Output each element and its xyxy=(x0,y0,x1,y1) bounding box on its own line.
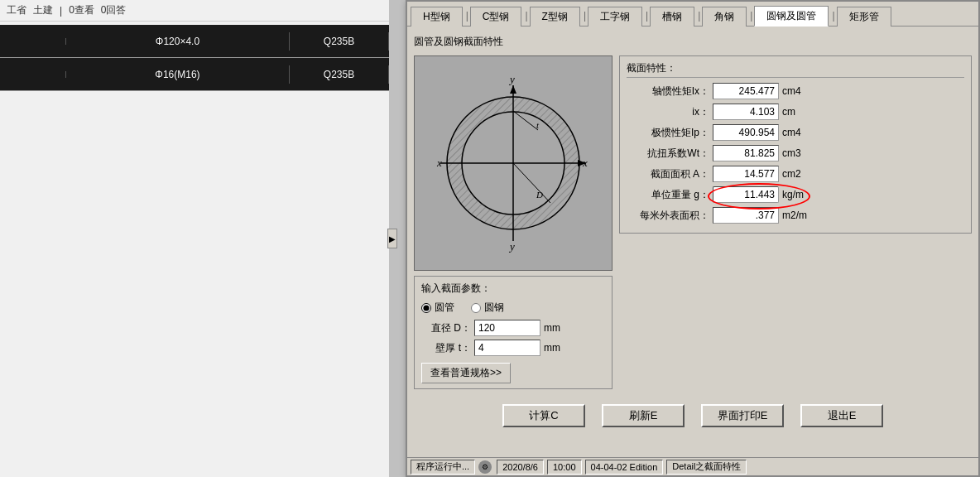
col-spec-2: Φ16(M16) xyxy=(66,65,290,84)
prop-label-ix2: ix： xyxy=(627,105,709,119)
prop-row-ix: 轴惯性矩Ix： cm4 xyxy=(627,83,964,99)
prop-unit-ix: cm4 xyxy=(782,85,812,97)
prop-row-wt: 抗扭系数Wt： cm3 xyxy=(627,145,964,161)
dialog-content: 圆管及圆钢截面特性 xyxy=(407,26,978,441)
tab-bar: H型钢 | C型钢 | Z型钢 | 工字钢 | 槽钢 | 角钢 | 圆钢及圆管 … xyxy=(407,2,978,26)
thickness-input[interactable] xyxy=(474,340,540,356)
prop-unit-surface: m2/m xyxy=(782,210,812,221)
prop-unit-weight: kg/m xyxy=(782,189,812,200)
diameter-label: 直径 D： xyxy=(421,321,471,335)
radio-pipe-label: 圆管 xyxy=(435,301,454,315)
tab-c-steel[interactable]: C型钢 xyxy=(470,7,522,26)
prop-row-weight: 单位重量 g： kg/m xyxy=(627,186,964,203)
prop-label-ip: 极惯性矩Ip： xyxy=(627,126,709,140)
prop-row-ip: 极惯性矩Ip： cm4 xyxy=(627,124,964,141)
std-spec-button[interactable]: 查看普通规格>> xyxy=(421,363,511,383)
status-running: 程序运行中... xyxy=(411,460,475,475)
col-name-1 xyxy=(0,38,66,45)
separator1: | xyxy=(60,5,62,17)
pipe-drawing: y y x x D t xyxy=(414,55,612,271)
radio-row: 圆管 圆钢 xyxy=(421,301,605,315)
tab-h-steel[interactable]: H型钢 xyxy=(411,7,463,26)
tab-rect[interactable]: 矩形管 xyxy=(837,7,891,26)
prop-value-ix[interactable] xyxy=(713,83,779,99)
prop-label-weight: 单位重量 g： xyxy=(627,188,709,202)
properties-title: 截面特性： xyxy=(627,61,964,78)
prop-unit-wt: cm3 xyxy=(782,147,812,159)
prop-row-ix2: ix： cm xyxy=(627,104,964,120)
col-name-2 xyxy=(0,71,66,78)
radio-round-bar[interactable]: 圆钢 xyxy=(471,301,504,315)
properties-panel: 截面特性： 轴惯性矩Ix： cm4 ix： cm xyxy=(619,55,972,389)
status-appname: Detail之截面特性 xyxy=(666,460,747,475)
svg-text:D: D xyxy=(536,190,543,200)
prop-row-area: 截面面积 A： cm2 xyxy=(627,166,964,182)
radio-round-pipe[interactable]: 圆管 xyxy=(421,301,454,315)
pipe-svg: y y x x D t xyxy=(430,72,596,254)
radio-bar-label: 圆钢 xyxy=(484,301,504,315)
nav-arrow[interactable]: ▶ xyxy=(387,229,397,248)
input-thickness-row: 壁厚 t： mm xyxy=(421,340,605,356)
refresh-button[interactable]: 刷新E xyxy=(602,404,685,427)
thickness-unit: mm xyxy=(544,342,560,354)
input-section: 输入截面参数： 圆管 圆钢 直径 D： xyxy=(414,276,612,389)
label-gongsheng: 工省 xyxy=(7,3,26,17)
tab-i-steel[interactable]: 工字钢 xyxy=(588,7,642,26)
left-top-bar: 工省 土建 | 0查看 0回答 xyxy=(0,0,389,22)
tab-angle[interactable]: 角钢 xyxy=(702,7,747,26)
tab-round[interactable]: 圆钢及圆管 xyxy=(754,6,829,26)
status-icon: ⚙ xyxy=(478,460,492,474)
label-huida: 0回答 xyxy=(101,3,127,17)
weight-highlight-container: kg/m xyxy=(713,186,812,203)
prop-label-surface: 每米外表面积： xyxy=(627,209,709,223)
input-section-title: 输入截面参数： xyxy=(421,282,605,296)
prop-value-weight[interactable] xyxy=(713,186,779,203)
radio-bar-input[interactable] xyxy=(471,303,481,313)
tab-channel[interactable]: 槽钢 xyxy=(650,7,694,26)
status-edition: 04-04-02 Edition xyxy=(585,460,664,475)
status-date: 2020/8/6 xyxy=(497,460,544,475)
prop-value-area[interactable] xyxy=(713,166,779,182)
label-chakan: 0查看 xyxy=(69,3,94,17)
main-dialog: H型钢 | C型钢 | Z型钢 | 工字钢 | 槽钢 | 角钢 | 圆钢及圆管 … xyxy=(406,0,980,477)
prop-value-wt[interactable] xyxy=(713,145,779,161)
section-title: 圆管及圆钢截面特性 xyxy=(414,33,972,51)
svg-text:y: y xyxy=(508,240,515,253)
main-content-row: y y x x D t xyxy=(414,55,972,389)
prop-unit-ip: cm4 xyxy=(782,127,812,138)
prop-unit-ix2: cm xyxy=(782,106,812,118)
action-bar: 计算C 刷新E 界面打印E 退出E xyxy=(414,398,972,434)
properties-box: 截面特性： 轴惯性矩Ix： cm4 ix： cm xyxy=(619,55,972,234)
label-tujian: 土建 xyxy=(33,3,53,17)
table-row-1[interactable]: Φ120×4.0 Q235B xyxy=(0,25,389,58)
radio-pipe-input[interactable] xyxy=(421,303,431,313)
input-diameter-row: 直径 D： mm xyxy=(421,320,605,336)
tab-z-steel[interactable]: Z型钢 xyxy=(530,7,580,26)
exit-button[interactable]: 退出E xyxy=(800,404,883,427)
svg-text:x: x xyxy=(436,157,442,169)
prop-row-surface: 每米外表面积： m2/m xyxy=(627,207,964,224)
prop-label-area: 截面面积 A： xyxy=(627,167,709,181)
print-button[interactable]: 界面打印E xyxy=(701,404,784,427)
status-bar: 程序运行中... ⚙ 2020/8/6 10:00 04-04-02 Editi… xyxy=(407,457,978,475)
status-time: 10:00 xyxy=(547,460,582,475)
svg-text:y: y xyxy=(508,73,515,85)
thickness-label: 壁厚 t： xyxy=(421,341,471,355)
prop-unit-area: cm2 xyxy=(782,168,812,180)
table-row-2[interactable]: Φ16(M16) Q235B xyxy=(0,58,389,91)
diameter-unit: mm xyxy=(544,322,560,334)
col-grade-2: Q235B xyxy=(290,65,389,84)
left-content-area: y y x x D t xyxy=(414,55,612,389)
prop-label-ix: 轴惯性矩Ix： xyxy=(627,84,709,99)
left-content: Φ120×4.0 Q235B Φ16(M16) Q235B xyxy=(0,22,389,94)
prop-value-surface[interactable] xyxy=(713,207,779,224)
left-panel: 工省 土建 | 0查看 0回答 Φ120×4.0 Q235B Φ16(M16) … xyxy=(0,0,389,477)
col-grade-1: Q235B xyxy=(290,32,389,51)
col-spec-1: Φ120×4.0 xyxy=(66,32,290,51)
prop-value-ix2[interactable] xyxy=(713,104,779,120)
calc-button[interactable]: 计算C xyxy=(502,404,585,427)
prop-label-wt: 抗扭系数Wt： xyxy=(627,147,709,161)
diameter-input[interactable] xyxy=(474,320,540,336)
prop-value-ip[interactable] xyxy=(713,124,779,141)
